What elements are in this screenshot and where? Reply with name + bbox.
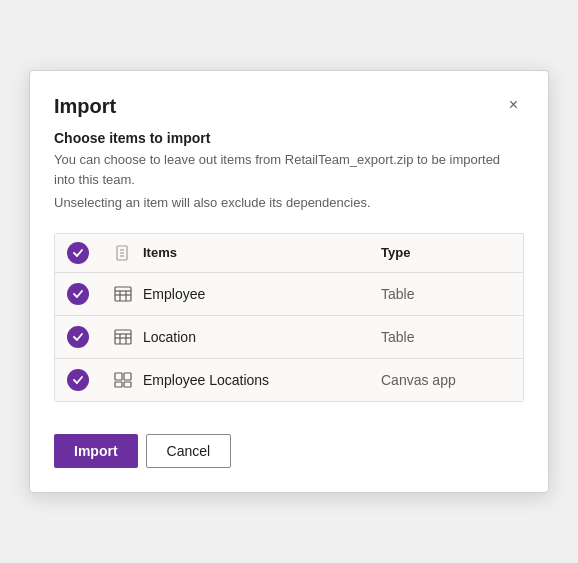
dialog-description-2: Unselecting an item will also exclude it… — [54, 193, 524, 213]
items-table: Items Type Employee Table — [54, 233, 524, 402]
import-dialog: Import × Choose items to import You can … — [29, 70, 549, 493]
cancel-button[interactable]: Cancel — [146, 434, 232, 468]
item-type-1: Table — [381, 329, 511, 345]
svg-rect-4 — [115, 287, 131, 301]
row-checkbox-1[interactable] — [67, 326, 89, 348]
table-icon-0 — [103, 284, 143, 304]
svg-rect-15 — [124, 373, 131, 380]
table-row: Employee Locations Canvas app — [55, 359, 523, 401]
dialog-subtitle: Choose items to import — [54, 130, 524, 146]
table-row: Location Table — [55, 316, 523, 359]
svg-rect-16 — [115, 382, 122, 387]
item-name-0: Employee — [143, 286, 381, 302]
item-name-2: Employee Locations — [143, 372, 381, 388]
close-button[interactable]: × — [503, 95, 524, 115]
table-header: Items Type — [55, 234, 523, 273]
dialog-footer: Import Cancel — [54, 434, 524, 468]
item-name-1: Location — [143, 329, 381, 345]
svg-rect-17 — [124, 382, 131, 387]
row-checkbox-2[interactable] — [67, 369, 89, 391]
import-button[interactable]: Import — [54, 434, 138, 468]
type-column-header: Type — [381, 245, 511, 260]
header-doc-icon — [103, 244, 143, 262]
select-all-checkbox[interactable] — [67, 242, 89, 264]
row-checkbox-0[interactable] — [67, 283, 89, 305]
svg-rect-9 — [115, 330, 131, 344]
items-column-header: Items — [143, 245, 381, 260]
table-row: Employee Table — [55, 273, 523, 316]
dialog-description: You can choose to leave out items from R… — [54, 150, 524, 189]
item-type-0: Table — [381, 286, 511, 302]
item-type-2: Canvas app — [381, 372, 511, 388]
dialog-header: Import × — [54, 95, 524, 118]
canvas-icon-2 — [103, 370, 143, 390]
dialog-title: Import — [54, 95, 116, 118]
table-icon-1 — [103, 327, 143, 347]
svg-rect-14 — [115, 373, 122, 380]
